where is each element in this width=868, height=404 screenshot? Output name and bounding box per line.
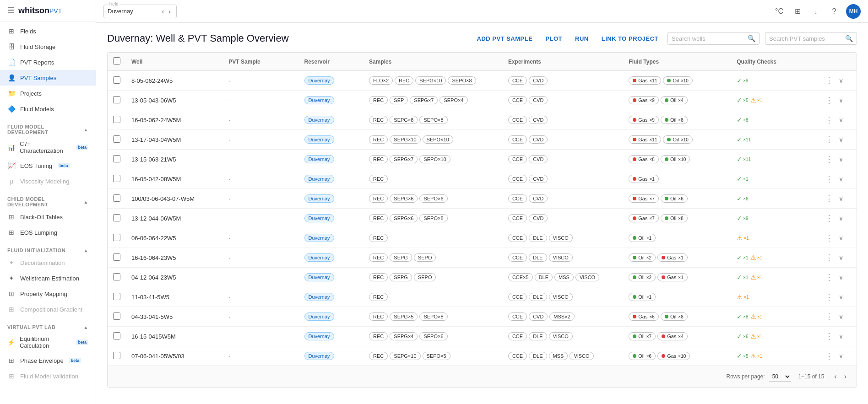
more-options-button[interactable]: ⋮ [823, 75, 835, 86]
more-options-button[interactable]: ⋮ [823, 271, 835, 283]
experiment-chip: CCE [508, 135, 527, 144]
field-prev-button[interactable]: ‹ [160, 7, 166, 16]
search-wells-input[interactable] [672, 35, 745, 42]
warning-icon: ⚠ [737, 234, 743, 242]
fluid-type-chip: Gas ×1 [629, 175, 659, 183]
sidebar-item-c7-char[interactable]: 📊 C7+ Characterization beta [0, 137, 96, 158]
section-header-child-model-dev[interactable]: Child Model Development ▲ [0, 193, 96, 209]
row-checkbox[interactable] [113, 234, 120, 241]
sidebar-item-compositional-gradient: ⊞ Compositional Gradient [0, 302, 96, 317]
row-checkbox[interactable] [113, 253, 120, 261]
more-options-button[interactable]: ⋮ [823, 212, 835, 224]
expand-row-button[interactable]: ∨ [837, 76, 845, 85]
pvt-sample-cell: - [223, 268, 298, 287]
expand-row-button[interactable]: ∨ [837, 115, 845, 124]
more-options-button[interactable]: ⋮ [823, 252, 835, 264]
row-checkbox[interactable] [113, 155, 120, 162]
plot-button[interactable]: PLOT [542, 32, 566, 45]
section-header-fluid-init[interactable]: Fluid Initialization ▲ [0, 244, 96, 255]
sidebar-item-pvt-samples[interactable]: 👤 PVT Samples [0, 70, 96, 86]
sidebar-item-fields[interactable]: ⊞ Fields [0, 23, 96, 39]
search-pvt-input[interactable] [769, 35, 842, 42]
more-options-button[interactable]: ⋮ [823, 232, 835, 244]
expand-row-button[interactable]: ∨ [837, 174, 845, 183]
run-button[interactable]: RUN [571, 32, 592, 45]
sidebar-item-eos-lumping[interactable]: ⊞ EOS Lumping [0, 225, 96, 240]
sample-chip: SEPO×4 [439, 96, 467, 104]
sidebar-item-black-oil[interactable]: ⊞ Black-Oil Tables [0, 209, 96, 225]
row-checkbox[interactable] [113, 116, 120, 123]
expand-row-button[interactable]: ∨ [837, 96, 845, 105]
expand-row-button[interactable]: ∨ [837, 351, 845, 361]
sample-chip: SEPO×8 [419, 116, 447, 124]
sidebar-item-eos-tuning[interactable]: 📈 EOS Tuning beta [0, 158, 96, 173]
rows-per-page-select[interactable]: 50 25 100 [769, 372, 791, 382]
sidebar-item-property-mapping[interactable]: ⊞ Property Mapping [0, 286, 96, 302]
row-checkbox[interactable] [113, 214, 120, 221]
add-pvt-sample-button[interactable]: ADD PVT SAMPLE [473, 32, 537, 45]
expand-row-button[interactable]: ∨ [837, 214, 845, 223]
row-checkbox[interactable] [113, 273, 120, 280]
select-all-checkbox[interactable] [113, 57, 120, 65]
more-options-button[interactable]: ⋮ [823, 94, 835, 106]
more-options-button[interactable]: ⋮ [823, 330, 835, 342]
row-checkbox[interactable] [113, 332, 120, 339]
expand-row-button[interactable]: ∨ [837, 273, 845, 282]
prev-page-button[interactable]: ‹ [831, 371, 839, 382]
sample-chip: SEPO [414, 273, 436, 281]
expand-row-button[interactable]: ∨ [837, 253, 845, 262]
row-checkbox[interactable] [113, 194, 120, 202]
sidebar-item-wellstream[interactable]: ✦ Wellstream Estimation [0, 270, 96, 286]
row-checkbox[interactable] [113, 76, 120, 84]
sidebar-item-fluid-storage[interactable]: 🗄 Fluid Storage [0, 39, 96, 54]
link-to-project-button[interactable]: LINK TO PROJECT [598, 32, 662, 45]
quality-warn-count: ×1 [757, 334, 762, 339]
fluid-dot-gas [633, 157, 636, 161]
row-checkbox[interactable] [113, 352, 120, 359]
more-options-button[interactable]: ⋮ [823, 153, 835, 165]
sidebar-item-projects[interactable]: 📁 Projects [0, 86, 96, 101]
reservoir-chip: Duvernay [304, 214, 334, 222]
expand-row-button[interactable]: ∨ [837, 155, 845, 164]
more-options-button[interactable]: ⋮ [823, 350, 835, 362]
more-options-button[interactable]: ⋮ [823, 291, 835, 303]
sidebar-item-fluid-models[interactable]: 🔷 Fluid Models [0, 101, 96, 117]
expand-row-button[interactable]: ∨ [837, 292, 845, 302]
row-checkbox[interactable] [113, 96, 120, 103]
row-checkbox[interactable] [113, 175, 120, 182]
reservoir-chip: Duvernay [304, 155, 334, 163]
sidebar-item-equilibrium[interactable]: ⚡ Equilibrium Calculation beta [0, 332, 96, 353]
more-options-button[interactable]: ⋮ [823, 193, 835, 205]
more-options-button[interactable]: ⋮ [823, 173, 835, 185]
next-page-button[interactable]: › [841, 371, 849, 382]
row-checkbox[interactable] [113, 135, 120, 143]
fluid-model-val-icon: ⊞ [7, 372, 16, 380]
help-icon[interactable]: ? [828, 5, 841, 18]
sidebar-item-pvt-reports[interactable]: 📄 PVT Reports [0, 54, 96, 70]
quality-warn: ⚠×1 [750, 352, 762, 360]
section-header-virtual-pvt[interactable]: Virtual PVT Lab ▲ [0, 321, 96, 332]
avatar[interactable]: MH [846, 4, 861, 19]
expand-row-button[interactable]: ∨ [837, 194, 845, 203]
expand-row-button[interactable]: ∨ [837, 135, 845, 144]
download-icon[interactable]: ↓ [809, 5, 822, 18]
section-title-fluid-init: Fluid Initialization [7, 248, 65, 253]
experiments-cell: CCECVD [503, 110, 623, 130]
expand-row-button[interactable]: ∨ [837, 332, 845, 341]
more-options-button[interactable]: ⋮ [823, 311, 835, 323]
table-row: 13-12-044-06W5M-DuvernayRECSEPG×6SEPO×8C… [108, 209, 857, 228]
celsius-icon[interactable]: °C [773, 5, 786, 18]
more-options-button[interactable]: ⋮ [823, 134, 835, 145]
row-checkbox[interactable] [113, 312, 120, 320]
field-selector[interactable]: Field Duvernay ‹ › [103, 5, 177, 18]
field-next-button[interactable]: › [167, 7, 173, 16]
menu-icon[interactable]: ☰ [7, 5, 15, 16]
expand-row-button[interactable]: ∨ [837, 233, 845, 242]
expand-row-button[interactable]: ∨ [837, 312, 845, 321]
row-checkbox[interactable] [113, 293, 120, 300]
more-options-button[interactable]: ⋮ [823, 114, 835, 126]
quality-ok: ✓×1 [737, 254, 748, 261]
screen-icon[interactable]: ⊞ [791, 5, 804, 18]
sidebar-item-phase-envelope[interactable]: ⊞ Phase Envelope beta [0, 353, 96, 368]
section-header-fluid-model-dev[interactable]: Fluid Model Development ▲ [0, 120, 96, 137]
